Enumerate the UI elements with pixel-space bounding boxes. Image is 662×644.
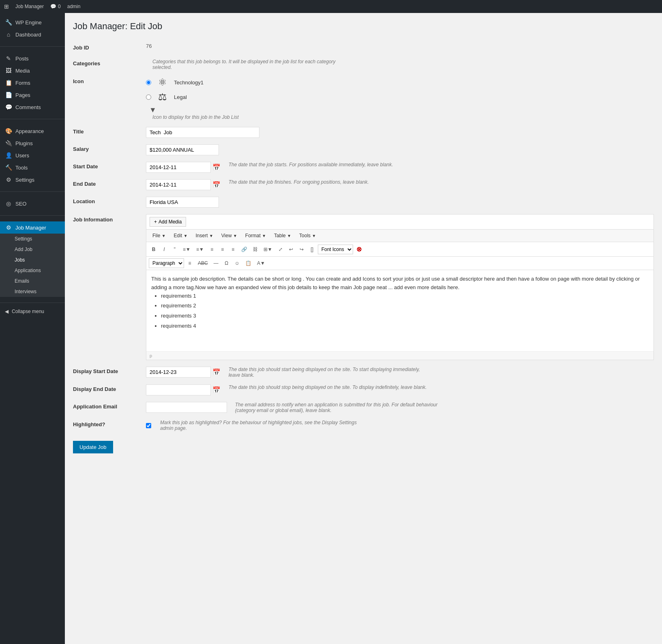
location-input[interactable] (146, 197, 219, 208)
sidebar-submenu-job-manager: Settings Add Job Jobs Applications Email… (0, 234, 65, 297)
font-color-button[interactable]: A▼ (255, 259, 268, 268)
table-menu-arrow: ▼ (287, 234, 291, 238)
sidebar-submenu-settings[interactable]: Settings (0, 234, 65, 244)
notification-count: 0 (58, 4, 61, 9)
sidebar-item-media[interactable]: 🖼 Media (0, 64, 65, 77)
highlighted-checkbox[interactable] (146, 423, 151, 428)
add-media-button[interactable]: + Add Media (150, 217, 186, 227)
display-start-date-description: The date this job should start being dis… (229, 367, 431, 378)
sidebar-item-posts[interactable]: ✎ Posts (0, 52, 65, 64)
sidebar-item-appearance[interactable]: 🎨 Appearance (0, 125, 65, 137)
blockquote-button[interactable]: " (170, 245, 180, 254)
file-menu-arrow: ▼ (162, 234, 166, 238)
editor-menu-format[interactable]: Format ▼ (242, 231, 270, 240)
end-date-calendar-icon[interactable]: 📅 (212, 181, 221, 189)
sidebar-item-users[interactable]: 👤 Users (0, 149, 65, 161)
sidebar-item-job-manager[interactable]: ⚙ Job Manager (0, 221, 65, 234)
user-name: admin (67, 4, 81, 9)
job-manager-icon: ⚙ (5, 224, 12, 231)
editor-menu-table[interactable]: Table ▼ (270, 231, 295, 240)
insert-menu-arrow: ▼ (209, 234, 213, 238)
user-topbar[interactable]: admin (67, 4, 81, 9)
start-date-input[interactable] (146, 162, 211, 173)
justify-button[interactable]: ≡ (185, 259, 195, 268)
sidebar-item-label-comments: Comments (15, 104, 41, 110)
emoticon-button[interactable]: ☺ (232, 259, 242, 268)
align-right-button[interactable]: ≡ (228, 245, 238, 254)
view-menu-arrow: ▼ (233, 234, 237, 238)
location-label: Location (73, 193, 146, 211)
job-id-value: 76 (146, 38, 152, 54)
sidebar-item-settings[interactable]: ⚙ Settings (0, 174, 65, 186)
strikethrough-button[interactable]: ABC (195, 259, 210, 268)
sidebar-item-tools[interactable]: 🔨 Tools (0, 161, 65, 174)
sidebar-item-label-plugins: Plugins (15, 140, 33, 146)
sidebar-submenu-jobs[interactable]: Jobs (0, 255, 65, 265)
sidebar-item-dashboard[interactable]: ⌂ Dashboard (0, 28, 65, 41)
editor-menu-insert[interactable]: Insert ▼ (192, 231, 217, 240)
site-name-topbar[interactable]: Job Manager (15, 4, 44, 9)
update-job-button[interactable]: Update Job (73, 441, 113, 453)
display-start-date-input[interactable] (146, 367, 211, 378)
sidebar-submenu-emails[interactable]: Emails (0, 276, 65, 286)
paragraph-select[interactable]: Paragraph (149, 258, 184, 268)
start-date-calendar-icon[interactable]: 📅 (212, 163, 221, 171)
wp-logo[interactable]: ⊞ (4, 3, 9, 10)
display-end-date-calendar-icon[interactable]: 📅 (212, 386, 221, 394)
sidebar-item-label-users: Users (15, 152, 29, 159)
sidebar-item-forms[interactable]: 📋 Forms (0, 77, 65, 89)
start-date-field-wrap: 📅 (146, 162, 221, 173)
code-button[interactable]: [] (307, 245, 317, 254)
legal-icon-symbol: ⚖ (155, 91, 170, 103)
collapse-menu-button[interactable]: ◀ Collapse menu (0, 305, 65, 318)
editor-toolbar-1: B I " ≡▼ ≡▼ ≡ ≡ ≡ 🔗 ⛓ ⊞▼ ⤢ ↩ (146, 242, 653, 257)
redo-button[interactable]: ↪ (297, 245, 306, 254)
notifications-topbar[interactable]: 💬 0 (50, 4, 61, 9)
page-title: Job Manager: Edit Job (73, 21, 654, 32)
sidebar-item-label-seo: SEO (15, 201, 26, 207)
salary-cell (146, 141, 654, 159)
form-table: Job ID 76 Categories Categories that thi… (73, 40, 654, 434)
sidebar-submenu-applications[interactable]: Applications (0, 265, 65, 276)
link-button[interactable]: 🔗 (239, 245, 250, 254)
table-insert-button[interactable]: ⊞▼ (261, 245, 275, 254)
remove-format-button[interactable]: ⊗ (354, 244, 364, 255)
align-left-button[interactable]: ≡ (207, 245, 217, 254)
editor-menu-file[interactable]: File ▼ (149, 231, 169, 240)
unordered-list-button[interactable]: ≡▼ (180, 245, 193, 254)
wp-icon: ⊞ (4, 3, 9, 10)
sidebar-item-plugins[interactable]: 🔌 Plugins (0, 137, 65, 149)
symbol-button[interactable]: Ω (222, 259, 231, 268)
sidebar-item-wp-engine[interactable]: 🔧 WP Engine (0, 16, 65, 28)
job-id-row: Job ID 76 (73, 40, 654, 56)
sidebar-item-comments[interactable]: 💬 Comments (0, 101, 65, 113)
undo-button[interactable]: ↩ (286, 245, 296, 254)
title-input[interactable] (146, 127, 259, 138)
sidebar-item-seo[interactable]: ◎ SEO (0, 197, 65, 210)
sidebar-item-pages[interactable]: 📄 Pages (0, 89, 65, 101)
ordered-list-button[interactable]: ≡▼ (194, 245, 206, 254)
salary-input[interactable] (146, 144, 219, 155)
location-cell (146, 193, 654, 211)
bold-button[interactable]: B (149, 245, 159, 254)
fullscreen-button[interactable]: ⤢ (276, 245, 285, 254)
editor-content[interactable]: This is a sample job description. The de… (146, 270, 653, 351)
italic-button[interactable]: I (159, 245, 169, 254)
align-center-button[interactable]: ≡ (218, 245, 227, 254)
sidebar-submenu-interviews[interactable]: Interviews (0, 286, 65, 297)
editor-menu-view[interactable]: View ▼ (218, 231, 241, 240)
editor-menu-edit[interactable]: Edit ▼ (170, 231, 191, 240)
icon-dropdown-arrow[interactable]: ▼ (149, 106, 654, 114)
display-end-date-input[interactable] (146, 384, 211, 395)
hr-button[interactable]: — (211, 259, 221, 268)
display-start-date-calendar-icon[interactable]: 📅 (212, 368, 221, 376)
unlink-button[interactable]: ⛓ (251, 245, 260, 254)
end-date-input[interactable] (146, 179, 211, 190)
icon-radio-legal[interactable] (146, 94, 151, 100)
sidebar-submenu-add-job[interactable]: Add Job (0, 244, 65, 255)
font-icons-select[interactable]: Font Icons (318, 245, 353, 254)
icon-radio-technology[interactable] (146, 80, 151, 85)
paste-button[interactable]: 📋 (243, 259, 254, 268)
application-email-input[interactable] (146, 402, 227, 413)
editor-menu-tools[interactable]: Tools ▼ (296, 231, 319, 240)
